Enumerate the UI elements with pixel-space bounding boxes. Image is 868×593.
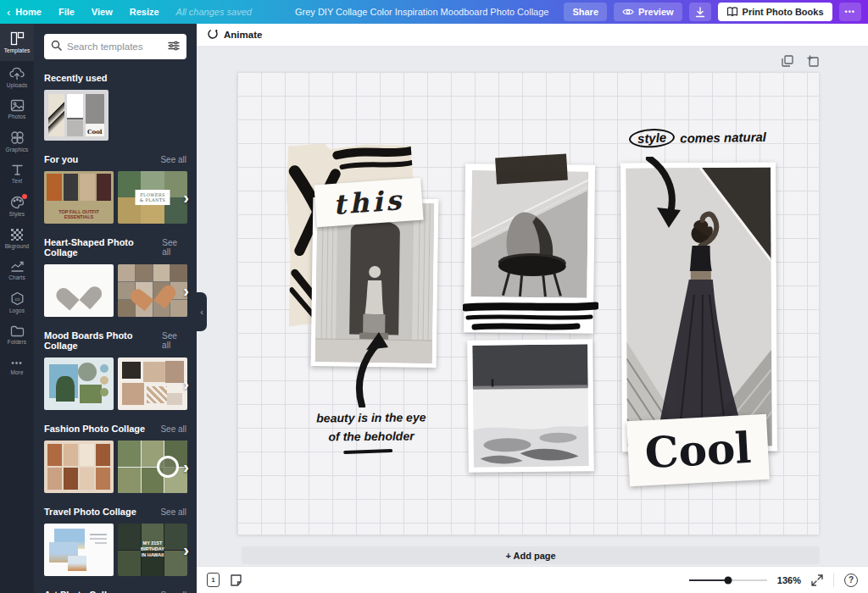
book-icon (726, 7, 738, 17)
see-all-link[interactable]: See all (160, 155, 186, 164)
see-all-link[interactable]: See all (160, 590, 186, 593)
download-icon (695, 7, 705, 18)
page-indicator[interactable]: 1 (207, 573, 220, 587)
thumbnail-cool-text: Cool (86, 128, 105, 136)
section-title: Art Photo Collage (44, 590, 123, 593)
zoom-level: 136% (777, 575, 801, 585)
sidebar-item-folders[interactable]: Folders (0, 319, 34, 351)
home-button[interactable]: ‹ Home (7, 7, 42, 18)
search-box (44, 34, 186, 59)
row-chevron-right-icon[interactable]: › (183, 458, 189, 475)
template-thumbnail[interactable]: MY 21ST BIRTHDAY IN HAWAII (118, 524, 187, 576)
this-text-label[interactable]: this (314, 178, 423, 228)
template-thumbnail[interactable] (118, 357, 187, 410)
uploads-label: Uploads (7, 82, 28, 88)
filter-icon[interactable] (168, 39, 180, 54)
animate-icon (207, 28, 219, 42)
section-recently-used: Recently used Cool (34, 73, 197, 141)
section-title: For you (44, 154, 78, 164)
eye-icon (622, 8, 634, 16)
template-thumbnail[interactable] (118, 264, 187, 317)
charts-label: Charts (8, 274, 25, 280)
sidebar-item-uploads[interactable]: Uploads (0, 61, 34, 93)
template-thumbnail-recent[interactable]: Cool (44, 90, 108, 141)
template-thumbnail[interactable] (118, 441, 187, 493)
menu-resize[interactable]: Resize (130, 7, 159, 17)
more-options-button[interactable]: ••• (839, 3, 861, 21)
template-thumbnail[interactable]: TOP FALL OUTFIT ESSENTIALS (44, 171, 114, 224)
sidebar-item-styles[interactable]: Styles (0, 190, 34, 222)
zoom-slider[interactable] (689, 579, 767, 581)
template-thumbnail[interactable] (44, 524, 114, 576)
templates-panel: Recently used Cool For you See all (34, 24, 197, 593)
section-title: Mood Boards Photo Collage (44, 330, 162, 351)
share-button[interactable]: Share (564, 3, 607, 21)
fullscreen-icon[interactable] (811, 574, 823, 586)
sidebar-item-more[interactable]: ••• More (0, 351, 34, 383)
beauty-quote-text[interactable]: beauty is in the eye of the beholder (294, 408, 448, 454)
canvas-workspace: this beauty is in the eye of the beholde… (197, 47, 868, 566)
page-actions (237, 55, 819, 70)
thumbnail-circle-overlay (157, 456, 179, 478)
add-page-button[interactable]: + Add page (242, 546, 820, 564)
duplicate-page-icon[interactable] (782, 55, 793, 70)
menu-file[interactable]: File (58, 7, 75, 17)
template-thumbnail[interactable] (44, 357, 114, 410)
animate-button[interactable]: Animate (207, 28, 262, 42)
cool-text-label[interactable]: Cool (626, 414, 770, 487)
sidebar-item-background[interactable]: Bkground (0, 222, 34, 254)
see-all-link[interactable]: See all (160, 424, 186, 434)
menu-view[interactable]: View (92, 7, 113, 17)
row-chevron-right-icon[interactable]: › (183, 189, 189, 206)
animate-label: Animate (224, 30, 262, 40)
style-quote-text[interactable]: style comes natural (629, 126, 790, 147)
snow-landscape-photo[interactable] (467, 339, 594, 473)
preview-button[interactable]: Preview (614, 3, 682, 21)
design-page[interactable]: this beauty is in the eye of the beholde… (237, 72, 819, 535)
sidebar-item-charts[interactable]: Charts (0, 254, 34, 286)
sidebar-item-logos[interactable]: co Logos (0, 286, 34, 319)
row-chevron-right-icon[interactable]: › (183, 375, 189, 392)
search-icon (51, 39, 62, 54)
help-button[interactable]: ? (844, 574, 858, 587)
styles-label: Styles (9, 211, 25, 217)
sidebar-item-graphics[interactable]: Graphics (0, 125, 34, 158)
download-button[interactable] (689, 3, 711, 21)
topbar: ‹ Home File View Resize All changes save… (0, 0, 868, 24)
beauty-line-1: beauty is in the eye (294, 408, 448, 428)
underline-stroke (343, 449, 392, 454)
add-page-icon[interactable] (807, 55, 819, 70)
panel-collapse-tab[interactable]: ‹ (197, 292, 207, 331)
marker-strokes-drawing[interactable] (463, 302, 598, 334)
logos-label: Logos (9, 308, 25, 313)
arrow-up-drawing[interactable] (350, 331, 394, 407)
context-toolbar: Animate (197, 24, 868, 47)
arrow-down-drawing[interactable] (643, 157, 685, 229)
see-all-link[interactable]: See all (162, 238, 186, 257)
see-all-link[interactable]: See all (160, 507, 186, 517)
canva-editor: ‹ Home File View Resize All changes save… (0, 0, 868, 593)
background-label: Bkground (5, 243, 30, 249)
search-input[interactable] (67, 42, 163, 52)
row-chevron-right-icon[interactable]: › (183, 541, 189, 558)
uploads-icon (9, 67, 25, 80)
document-title[interactable]: Grey DIY Collage Color Inspiration Moodb… (295, 7, 548, 17)
row-chevron-right-icon[interactable]: › (183, 282, 189, 299)
sidebar-item-text[interactable]: Text (0, 158, 34, 190)
sidebar-item-photos[interactable]: Photos (0, 93, 34, 125)
see-all-link[interactable]: See all (162, 331, 186, 350)
sidebar-item-templates[interactable]: Templates (0, 24, 34, 61)
folders-label: Folders (8, 339, 26, 345)
print-photo-books-button[interactable]: Print Photo Books (718, 3, 832, 21)
notes-icon[interactable] (230, 574, 242, 587)
section-fashion: Fashion Photo Collage See all › (34, 424, 197, 493)
template-thumbnail[interactable]: FLOWERS & PLANTS (118, 171, 187, 224)
section-title: Recently used (44, 73, 108, 83)
beauty-line-2: of the beholder (294, 427, 448, 446)
share-label: Share (572, 7, 598, 17)
template-thumbnail[interactable] (44, 264, 114, 317)
template-thumbnail[interactable] (44, 441, 114, 493)
tape-element[interactable] (495, 153, 568, 184)
more-label: More (10, 369, 23, 375)
zoom-slider-knob[interactable] (724, 576, 732, 584)
